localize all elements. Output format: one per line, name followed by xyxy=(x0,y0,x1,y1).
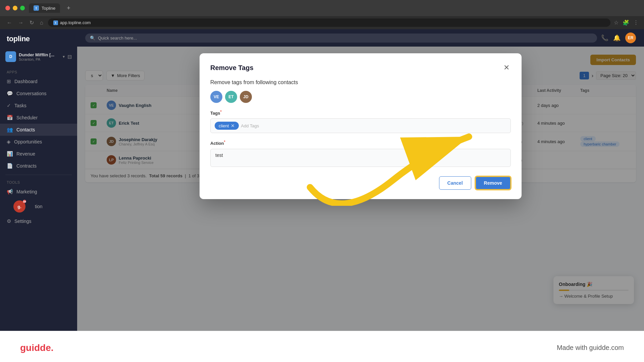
tab-favicon: t xyxy=(34,5,39,11)
sidebar-item-label: Dashboard xyxy=(14,79,38,84)
address-favicon: t xyxy=(53,20,58,25)
sidebar-item-label: Opportunities xyxy=(14,139,42,144)
sidebar-item-label: Marketing xyxy=(16,189,37,194)
browser-titlebar: t Topline + xyxy=(0,0,644,16)
org-name: Dunder Mifflin [... xyxy=(19,52,60,57)
sidebar-item-label: tion xyxy=(35,204,43,209)
minimize-traffic-light[interactable] xyxy=(13,6,17,10)
topbar-actions: 📞 🔔 ER xyxy=(601,33,636,43)
marketing-icon: 📢 xyxy=(7,189,13,195)
apps-section-label: Apps xyxy=(0,67,77,75)
phone-icon[interactable]: 📞 xyxy=(601,34,608,42)
sidebar-item-contacts[interactable]: 👥 Contacts xyxy=(0,124,77,136)
user-avatar[interactable]: ER xyxy=(625,33,636,43)
org-sub: Scranton, PA xyxy=(19,57,60,61)
tags-input[interactable]: client ✕ Add Tags xyxy=(210,118,511,133)
sidebar-item-label: Contacts xyxy=(16,127,35,132)
address-input[interactable]: t app.topline.com xyxy=(48,18,610,27)
modal-overlay[interactable]: Remove Tags ✕ Remove tags from following… xyxy=(77,47,644,331)
contact-badge-et: ET xyxy=(225,91,237,103)
contracts-icon: 📄 xyxy=(7,163,13,169)
content-area: Import Contacts s ▼ More Filters 1 › Pag… xyxy=(77,47,644,331)
notification-badge: 38 xyxy=(23,200,26,203)
maximize-traffic-light[interactable] xyxy=(20,6,25,10)
url-text: app.topline.com xyxy=(60,20,91,25)
modal-title: Remove Tags xyxy=(210,64,254,72)
sidebar-divider xyxy=(5,175,72,175)
modal-header: Remove Tags ✕ xyxy=(210,63,511,73)
contact-badge-jd: JD xyxy=(240,91,252,103)
close-traffic-light[interactable] xyxy=(5,6,10,10)
tasks-icon: ✓ xyxy=(7,103,11,109)
sidebar-item-marketing[interactable]: 📢 Marketing xyxy=(0,186,77,198)
sidebar-item-revenue[interactable]: 📊 Revenue xyxy=(0,148,77,160)
sidebar-item-conversations[interactable]: 💬 Conversations xyxy=(0,87,77,100)
cancel-button[interactable]: Cancel xyxy=(439,176,471,190)
address-bar: ← → ↻ ⌂ t app.topline.com ☆ 🧩 ⋮ xyxy=(0,16,644,29)
settings-icon: ⚙ xyxy=(7,218,11,224)
search-placeholder: Quick search here... xyxy=(98,36,137,41)
sidebar-item-opportunities[interactable]: ◈ Opportunities xyxy=(0,136,77,148)
browser-tab[interactable]: t Topline xyxy=(29,3,60,13)
org-info: Dunder Mifflin [... Scranton, PA xyxy=(19,52,60,61)
sidebar-item-label: Scheduler xyxy=(16,115,38,120)
home-button[interactable]: ⌂ xyxy=(39,18,45,27)
action-label: Action* xyxy=(210,140,511,146)
tag-chip-label: client xyxy=(219,123,229,128)
topbar: 🔍 Quick search here... 📞 🔔 ER xyxy=(77,29,644,47)
sidebar-item-glyph[interactable]: g. 38 tion xyxy=(0,198,77,215)
sidebar: topline D Dunder Mifflin [... Scranton, … xyxy=(0,29,77,331)
sidebar-item-label: Settings xyxy=(14,219,32,224)
remove-tags-modal: Remove Tags ✕ Remove tags from following… xyxy=(200,53,522,199)
traffic-lights xyxy=(5,6,25,10)
tags-placeholder[interactable]: Add Tags xyxy=(241,123,259,128)
modal-close-button[interactable]: ✕ xyxy=(502,63,511,73)
dashboard-icon: ⊞ xyxy=(7,78,11,84)
tag-chip-remove-icon[interactable]: ✕ xyxy=(231,123,235,128)
tab-title: Topline xyxy=(42,6,55,11)
app-container: topline D Dunder Mifflin [... Scranton, … xyxy=(0,29,644,331)
revenue-icon: 📊 xyxy=(7,151,13,157)
back-button[interactable]: ← xyxy=(5,18,13,27)
modal-footer: Cancel Remove xyxy=(210,176,511,190)
sidebar-item-label: Contracts xyxy=(16,163,37,169)
main-content: 🔍 Quick search here... 📞 🔔 ER Import Con… xyxy=(77,29,644,331)
sidebar-item-label: Tasks xyxy=(14,103,26,108)
browser-chrome: t Topline + ← → ↻ ⌂ t app.topline.com ☆ … xyxy=(0,0,644,29)
search-bar[interactable]: 🔍 Quick search here... xyxy=(85,34,597,43)
conversations-icon: 💬 xyxy=(7,90,13,97)
sidebar-item-contracts[interactable]: 📄 Contracts xyxy=(0,160,77,172)
contact-avatars: VE ET JD xyxy=(210,91,511,103)
remove-button[interactable]: Remove xyxy=(475,176,511,190)
sidebar-item-settings[interactable]: ⚙ Settings xyxy=(0,215,77,227)
browser-actions: ☆ 🧩 ⋮ xyxy=(614,19,639,26)
tag-chip-client[interactable]: client ✕ xyxy=(215,122,239,130)
menu-icon[interactable]: ⋮ xyxy=(633,19,639,26)
layout-toggle-icon[interactable]: ⊟ xyxy=(67,54,72,60)
sidebar-item-dashboard[interactable]: ⊞ Dashboard xyxy=(0,75,77,87)
modal-subtitle: Remove tags from following contacts xyxy=(210,79,511,85)
tags-label: Tags* xyxy=(210,110,511,116)
contacts-icon: 👥 xyxy=(7,127,13,133)
sidebar-avatar[interactable]: g. 38 xyxy=(13,200,25,213)
bell-icon[interactable]: 🔔 xyxy=(613,34,621,42)
action-textarea[interactable]: test xyxy=(210,149,511,167)
sidebar-item-tasks[interactable]: ✓ Tasks xyxy=(0,100,77,112)
guidde-footer: guidde. Made with guidde.com xyxy=(0,331,644,362)
bookmark-icon[interactable]: ☆ xyxy=(614,19,619,26)
new-tab-button[interactable]: + xyxy=(67,5,70,12)
sidebar-item-label: Revenue xyxy=(16,151,35,157)
search-icon: 🔍 xyxy=(90,36,95,41)
tools-section-label: Tools xyxy=(0,178,77,186)
sidebar-item-scheduler[interactable]: 📅 Scheduler xyxy=(0,112,77,124)
sidebar-logo: topline xyxy=(0,35,77,49)
forward-button[interactable]: → xyxy=(17,18,25,27)
opportunities-icon: ◈ xyxy=(7,139,11,145)
org-avatar: D xyxy=(5,51,16,62)
sidebar-item-label: Conversations xyxy=(16,91,47,96)
extensions-icon[interactable]: 🧩 xyxy=(623,19,629,26)
refresh-button[interactable]: ↻ xyxy=(28,18,35,27)
sidebar-org[interactable]: D Dunder Mifflin [... Scranton, PA ▾ ⊟ xyxy=(0,49,77,65)
org-chevron-icon: ▾ xyxy=(63,54,65,59)
guidde-tagline: Made with guidde.com xyxy=(557,344,624,352)
